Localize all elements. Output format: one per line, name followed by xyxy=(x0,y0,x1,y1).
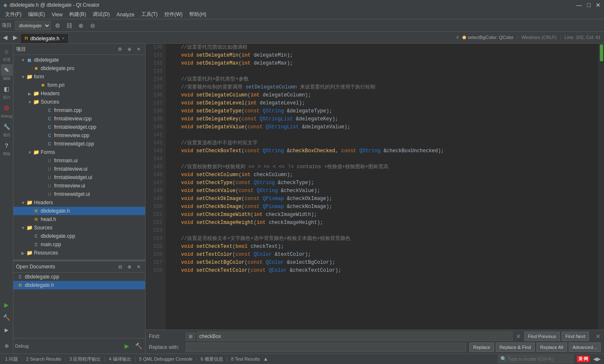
status-expand-btn[interactable]: ▲ xyxy=(263,356,268,362)
tree-label-formpri: form.pri xyxy=(47,82,65,88)
tree-item-sources-root[interactable]: ▼ 📁 Sources xyxy=(13,224,145,232)
menu-build[interactable]: 构建(B) xyxy=(66,10,89,19)
tree-item-frmtableview-ui[interactable]: ▶ U frmtableview.ui xyxy=(13,165,145,173)
panel-close-btn[interactable]: ✕ xyxy=(134,45,143,53)
sidebar-icon-projects[interactable]: 🔧 xyxy=(1,121,13,133)
code-line-142: //设置复选框选中不选中对应文字 xyxy=(169,139,595,147)
menu-help[interactable]: 帮助(H) xyxy=(186,10,210,19)
link-btn[interactable]: ⛓ xyxy=(64,21,74,31)
tab-dbdelegate-h[interactable]: H dbdelegate.h × xyxy=(20,33,69,43)
status-search[interactable]: 2 Search Results xyxy=(24,356,63,361)
tree-item-resources[interactable]: ▶ 📁 Resources xyxy=(13,249,145,257)
replace-all-btn[interactable]: Replace All xyxy=(536,343,567,352)
code-editor[interactable]: //设置委托范围值比如微调框 void setDelegateMin(int d… xyxy=(166,44,598,330)
debug-build-btn[interactable]: 🔨 xyxy=(133,341,143,351)
menu-plugins[interactable]: 控件(W) xyxy=(161,10,186,19)
nav-forward-btn[interactable]: ▶ xyxy=(10,31,20,43)
sidebar-icon-debug-run[interactable]: ▶ xyxy=(1,324,13,336)
menu-file[interactable]: 文件(F) xyxy=(2,10,25,19)
sidebar-icon-run[interactable]: ▶ xyxy=(1,299,13,311)
tree-item-frmtreeview-cpp[interactable]: ▶ C frmtreeview.cpp xyxy=(13,131,145,140)
right-scroll[interactable] xyxy=(598,44,604,330)
tree-item-forms[interactable]: ▼ 📁 Forms xyxy=(13,148,145,156)
tree-item-frmtreewidget-ui[interactable]: ▶ U frmtreewidget.ui xyxy=(13,190,145,198)
line-col-info: Line: 102, Col: 41 xyxy=(565,35,601,40)
menu-analyze[interactable]: Analyze xyxy=(113,11,138,18)
tree-item-frmmain-ui[interactable]: ▶ U frmmain.ui xyxy=(13,156,145,165)
menu-debug[interactable]: 调试(D) xyxy=(89,10,113,19)
find-input[interactable] xyxy=(197,332,513,341)
tree-item-pro[interactable]: ▶ ■ dbdelegate.pro xyxy=(13,64,145,73)
tab-close-btn[interactable]: × xyxy=(62,36,65,41)
tree-icon-sources-root: 📁 xyxy=(26,224,33,231)
add-btn[interactable]: ⊕ xyxy=(76,21,86,31)
tree-item-dbdelegate[interactable]: ▼ ◼ dbdelegate xyxy=(13,56,145,64)
tree-icon-pro: ■ xyxy=(33,65,39,72)
minimize-button[interactable]: — xyxy=(576,2,582,8)
tree-item-head-h[interactable]: ▶ H head.h xyxy=(13,215,145,224)
tree-item-dbdelegate-h[interactable]: ▶ H dbdelegate.h xyxy=(13,207,145,215)
tree-item-frmtableview-cpp[interactable]: ▶ C frmtableview.cpp xyxy=(13,114,145,123)
remove-btn[interactable]: ⊖ xyxy=(88,21,98,31)
locate-input[interactable] xyxy=(498,355,573,363)
open-doc-dbdelegate-cpp[interactable]: C dbdelegate.cpp xyxy=(13,273,145,281)
sidebar-icon-help[interactable]: ? xyxy=(1,140,13,151)
find-close-btn[interactable]: ✕ xyxy=(516,333,521,340)
tree-item-dbdelegate-cpp[interactable]: ▶ C dbdelegate.cpp xyxy=(13,232,145,240)
find-next-btn[interactable]: Find Next xyxy=(562,332,589,341)
status-test[interactable]: 8 Test Results xyxy=(229,356,262,361)
replace-input-container xyxy=(186,343,466,352)
status-app-output[interactable]: 3 应用程序输出 xyxy=(68,356,102,362)
maximize-button[interactable]: □ xyxy=(587,2,591,8)
project-selector[interactable]: dbdelegate xyxy=(15,21,51,30)
panel-filter-btn[interactable]: ⚙ xyxy=(116,45,124,53)
sidebar-icon-build[interactable]: 🔨 xyxy=(1,312,13,323)
tree-item-form-headers[interactable]: ▶ 📁 Headers xyxy=(13,89,145,98)
project-tree[interactable]: ▼ ◼ dbdelegate ▶ ■ dbdelegate.pro ▼ 📁 fo… xyxy=(13,55,145,260)
open-doc-dbdelegate-h[interactable]: H dbdelegate.h xyxy=(13,281,145,289)
sidebar-icon-bottom[interactable]: ⊕ xyxy=(1,340,13,352)
tree-item-form[interactable]: ▼ 📁 form xyxy=(13,73,145,81)
tree-item-frmtreewidget-cpp[interactable]: ▶ C frmtreewidget.cpp xyxy=(13,140,145,148)
tree-item-frmtablewidget-ui[interactable]: ▶ U frmtablewidget.ui xyxy=(13,173,145,182)
debug-label: Debug xyxy=(1,114,12,118)
nav-back-btn[interactable]: ◀ xyxy=(0,31,10,43)
sidebar-icon-debug[interactable]: 🐞 xyxy=(1,102,13,114)
menu-view[interactable]: View xyxy=(48,11,66,18)
open-docs-close-btn[interactable]: ✕ xyxy=(134,263,143,270)
replace-input[interactable] xyxy=(186,343,466,352)
status-arrows[interactable]: ◀▶ xyxy=(593,356,601,362)
panel-add-btn[interactable]: ⊕ xyxy=(125,45,133,53)
search-icon: 🔍 xyxy=(500,356,507,362)
tree-item-formpri[interactable]: ▶ ■ form.pri xyxy=(13,81,145,89)
debug-run-btn[interactable]: ▶ xyxy=(122,341,132,351)
tree-item-main-cpp[interactable]: ▶ C main.cpp xyxy=(13,240,145,249)
replace-btn[interactable]: Replace xyxy=(469,343,494,352)
status-issues[interactable]: 1 问题 xyxy=(3,356,20,362)
close-button[interactable]: ✕ xyxy=(596,2,601,8)
code-line-150: void setCheckNoImage(const QPixmap &chec… xyxy=(169,203,595,211)
find-prev-btn[interactable]: Find Previous xyxy=(524,332,560,341)
open-docs-split-btn[interactable]: ⊟ xyxy=(116,263,124,270)
status-overview[interactable]: 6 概要信息 xyxy=(199,356,224,362)
filter-btn[interactable]: ⚙ xyxy=(52,21,62,31)
find-bar-close-btn[interactable]: ✕ xyxy=(596,333,601,340)
advanced-btn[interactable]: Advanced... xyxy=(569,343,601,352)
status-qml[interactable]: 5 QML Debugger Console xyxy=(138,356,194,361)
tree-item-frmmain-cpp[interactable]: ▶ C frmmain.cpp xyxy=(13,106,145,114)
code-line-152: void setCheckImageHeight(int checkImageH… xyxy=(169,219,595,227)
sidebar-icon-edit[interactable]: ✎ xyxy=(1,64,13,76)
open-docs-add-btn[interactable]: ⊕ xyxy=(125,263,133,270)
sidebar-icon-design[interactable]: ◧ xyxy=(1,83,13,95)
sidebar-icon-welcome[interactable]: ⌂ xyxy=(1,45,13,57)
encoding-label[interactable]: Windows (CRLF) xyxy=(521,35,557,40)
tree-item-form-sources[interactable]: ▼ 📁 Sources xyxy=(13,98,145,106)
code-line-133 xyxy=(169,68,595,75)
tree-item-frmtablewidget-cpp[interactable]: ▶ C frmtablewidget.cpp xyxy=(13,123,145,131)
menu-edit[interactable]: 编辑(E) xyxy=(25,10,48,19)
menu-tools[interactable]: 工具(T) xyxy=(138,10,161,19)
status-compile[interactable]: 4 编译输出 xyxy=(107,356,133,362)
tree-item-headers-root[interactable]: ▼ 📁 Headers xyxy=(13,198,145,207)
tree-item-frmtreeview-ui[interactable]: ▶ U frmtreeview.ui xyxy=(13,182,145,190)
replace-find-btn[interactable]: Replace & Find xyxy=(496,343,535,352)
